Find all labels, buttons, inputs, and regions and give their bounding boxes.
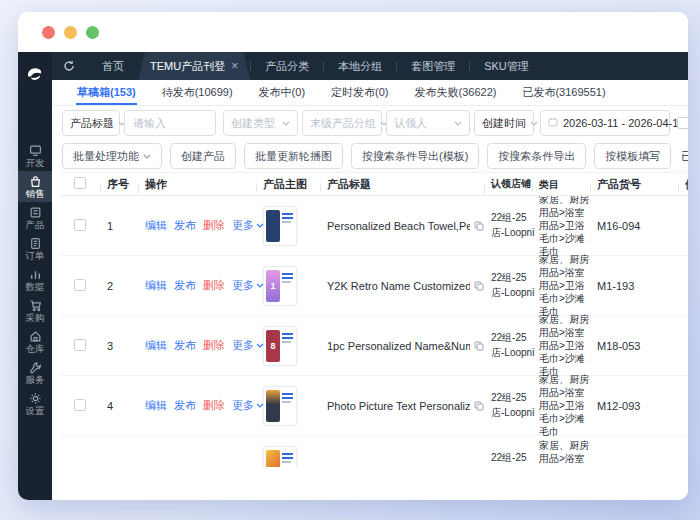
copy-icon[interactable] — [474, 281, 484, 291]
export-by-search-template-button[interactable]: 按搜索条件导出(模板) — [351, 143, 479, 169]
row-checkbox[interactable] — [74, 339, 86, 351]
edit-link[interactable]: 编辑 — [145, 338, 167, 353]
tab-pending-publish[interactable]: 待发布(10699) — [149, 80, 246, 105]
status-tabs: 草稿箱(153) 待发布(10699) 发布中(0) 定时发布(0) 发布失败(… — [52, 80, 688, 106]
sidebar-menu: 开发 销售 产品 订单 数据 — [18, 140, 52, 419]
product-image[interactable] — [263, 446, 297, 467]
claimer-select[interactable]: 认领人 — [386, 110, 470, 136]
sidebar-item-orders[interactable]: 订单 — [18, 233, 52, 264]
copy-icon[interactable] — [474, 341, 484, 351]
row-index: 4 — [100, 400, 138, 412]
publish-link[interactable]: 发布 — [174, 338, 196, 353]
action-bar: 批量处理功能 创建产品 批量更新轮播图 按搜索条件导出(模板) 按搜索条件导出 … — [52, 140, 688, 172]
edit-link[interactable]: 编辑 — [145, 398, 167, 413]
sidebar-item-label: 订单 — [26, 251, 45, 261]
tab-publishing[interactable]: 发布中(0) — [246, 80, 318, 105]
product-title: Personalized Beach Towel,Personali... — [327, 220, 470, 232]
publish-link[interactable]: 发布 — [174, 278, 196, 293]
publish-link[interactable]: 发布 — [174, 398, 196, 413]
close-tab-icon[interactable]: × — [231, 60, 238, 72]
sidebar-item-warehouse[interactable]: 仓库 — [18, 326, 52, 357]
delete-link[interactable]: 删除 — [203, 338, 225, 353]
sidebar-item-label: 设置 — [26, 406, 45, 416]
delete-link[interactable]: 删除 — [203, 398, 225, 413]
product-sku: M12-093 — [590, 400, 678, 412]
towel-image — [266, 210, 280, 242]
nav-tab-sku-manage[interactable]: SKU管理 — [470, 59, 543, 74]
col-header-category: 类目 — [532, 178, 590, 191]
product-image[interactable]: 1 — [263, 266, 297, 306]
tab-drafts[interactable]: 草稿箱(153) — [64, 80, 149, 105]
maximize-window-button[interactable] — [86, 26, 99, 39]
product-group-placeholder: 末级产品分组 — [310, 116, 376, 131]
time-field-value: 创建时间 — [482, 116, 526, 131]
fill-by-template-button[interactable]: 按模板填写 — [594, 143, 671, 169]
sidebar-item-product[interactable]: 产品 — [18, 202, 52, 233]
claim-shop: 22组-25 — [484, 451, 532, 466]
minimize-window-button[interactable] — [64, 26, 77, 39]
tab-failed[interactable]: 发布失败(36622) — [402, 80, 510, 105]
more-label: 更多 — [232, 218, 254, 233]
more-label: 更多 — [232, 338, 254, 353]
sidebar-item-sales[interactable]: 销售 — [18, 171, 52, 202]
row-checkbox[interactable] — [74, 279, 86, 291]
keyword-input[interactable] — [124, 110, 216, 136]
towel-image — [266, 450, 280, 467]
batch-actions-button[interactable]: 批量处理功能 — [62, 143, 162, 169]
copy-icon[interactable] — [474, 221, 484, 231]
tab-scheduled[interactable]: 定时发布(0) — [318, 80, 401, 105]
sidebar-item-label: 采购 — [26, 313, 45, 323]
select-all-checkbox[interactable] — [74, 177, 86, 189]
nav-tab-image-sets[interactable]: 套图管理 — [397, 59, 469, 74]
batch-actions-label: 批量处理功能 — [73, 149, 139, 164]
nav-tab-product-category[interactable]: 产品分类 — [251, 59, 323, 74]
sidebar-item-settings[interactable]: 设置 — [18, 388, 52, 419]
nav-tab-local-group[interactable]: 本地分组 — [324, 59, 396, 74]
filter-checkbox[interactable] — [677, 117, 688, 129]
nav-tab-home[interactable]: 首页 — [88, 59, 138, 74]
search-field-select[interactable]: 产品标题 — [62, 110, 120, 136]
claim-shop: 22组-25店-Loopni — [484, 211, 532, 240]
create-product-button[interactable]: 创建产品 — [170, 143, 236, 169]
close-window-button[interactable] — [42, 26, 55, 39]
batch-update-carousel-button[interactable]: 批量更新轮播图 — [244, 143, 343, 169]
edit-link[interactable]: 编辑 — [145, 278, 167, 293]
sidebar-item-label: 产品 — [26, 220, 45, 230]
publish-link[interactable]: 发布 — [174, 218, 196, 233]
table-row: 3 编辑 发布 删除 更多 8 — [60, 316, 688, 376]
table-row: 1 编辑 发布 删除 更多 — [60, 196, 688, 256]
col-header-no: 序号 — [100, 177, 138, 192]
product-group-select[interactable]: 末级产品分组 — [302, 110, 382, 136]
row-checkbox[interactable] — [74, 399, 86, 411]
sidebar-item-service[interactable]: 服务 — [18, 357, 52, 388]
claim-shop: 22组-25店-Loopni — [484, 331, 532, 360]
tab-published[interactable]: 已发布(3169551) — [509, 80, 618, 105]
product-image[interactable] — [263, 206, 297, 246]
row-checkbox[interactable] — [74, 219, 86, 231]
app-body: 开发 销售 产品 订单 数据 — [18, 52, 688, 500]
delete-link[interactable]: 删除 — [203, 278, 225, 293]
refresh-icon[interactable] — [63, 60, 75, 72]
product-title: Y2K Retro Name Customized Micro... — [327, 280, 470, 292]
sidebar-item-data[interactable]: 数据 — [18, 264, 52, 295]
edit-link[interactable]: 编辑 — [145, 218, 167, 233]
calendar-icon — [548, 117, 558, 129]
time-field-select[interactable]: 创建时间 — [474, 110, 534, 136]
sidebar-item-label: 仓库 — [26, 344, 45, 354]
create-type-select[interactable]: 创建类型 — [223, 110, 298, 136]
more-label: 更多 — [232, 398, 254, 413]
create-type-placeholder: 创建类型 — [231, 116, 275, 131]
col-header-sku: 产品货号 — [590, 177, 678, 192]
product-image[interactable] — [263, 386, 297, 426]
date-range-value: 2026-03-11 - 2026-04-10 — [563, 117, 685, 129]
copy-icon[interactable] — [474, 401, 484, 411]
delete-link[interactable]: 删除 — [203, 218, 225, 233]
sidebar-item-purchase[interactable]: 采购 — [18, 295, 52, 326]
product-image[interactable]: 8 — [263, 326, 297, 366]
date-range-picker[interactable]: 2026-03-11 - 2026-04-10 — [540, 110, 670, 136]
col-header-ops: 操作 — [138, 177, 256, 192]
sidebar-item-develop[interactable]: 开发 — [18, 140, 52, 171]
towel-image — [266, 390, 280, 422]
nav-tab-temu-listing[interactable]: TEMU产品刊登 × — [138, 52, 250, 80]
export-by-search-button[interactable]: 按搜索条件导出 — [487, 143, 586, 169]
